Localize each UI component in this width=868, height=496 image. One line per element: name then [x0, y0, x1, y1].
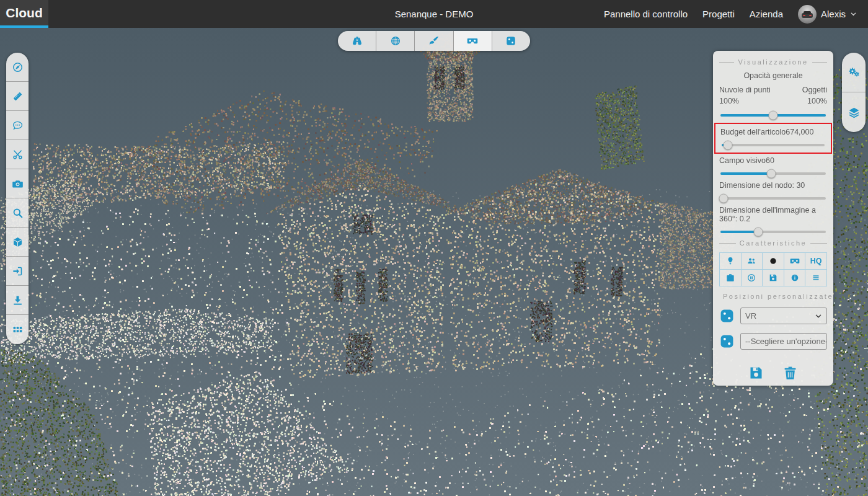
annotations-button[interactable]: [6, 111, 29, 140]
screenshot-button[interactable]: [6, 169, 29, 198]
node-size-label: Dimensione del nodo: 30: [719, 181, 827, 190]
search-button[interactable]: [6, 198, 29, 228]
left-toolbar: [6, 53, 29, 344]
objects-button[interactable]: [6, 228, 29, 257]
avatar-car-image: [798, 5, 817, 24]
fov-label: Campo visivo60: [719, 156, 827, 165]
custom-position-button[interactable]: [719, 334, 735, 349]
image360-size-slider[interactable]: [720, 231, 826, 233]
chevron-down-icon: [850, 11, 857, 17]
opacity-heading: Opacità generale: [719, 71, 827, 80]
point-budget-label: Budget dell'articolo674,000: [720, 128, 826, 136]
menu-company[interactable]: Azienda: [750, 9, 783, 19]
custom-position-select-value: --Scegliere un'opzione-: [745, 337, 827, 346]
user-name: Alexis: [821, 9, 846, 19]
lightbulb-icon: [725, 256, 735, 266]
layers-icon: [848, 106, 861, 119]
budget-highlight: Budget dell'articolo674,000: [714, 123, 832, 154]
download-button[interactable]: [6, 286, 29, 315]
vr-mode-button[interactable]: [454, 31, 492, 51]
measure-button[interactable]: [6, 82, 29, 111]
viewer-area: Visualizzazione Opacità generale Nuvole …: [0, 28, 868, 496]
comment-icon: [12, 120, 24, 131]
fov-slider[interactable]: [720, 172, 826, 175]
briefcase-icon: [725, 273, 735, 283]
binoculars-icon: [352, 35, 363, 46]
node-size-slider[interactable]: [720, 197, 826, 200]
camera-icon: [12, 178, 24, 190]
pointcloud-opacity-value: 100%: [719, 95, 739, 107]
orientation-button[interactable]: [6, 53, 29, 82]
right-toolbar: [842, 53, 866, 132]
search-icon: [12, 207, 24, 219]
black-circle-icon: [768, 256, 778, 266]
user-menu[interactable]: Alexis: [798, 5, 857, 24]
viewer-toolbar: [338, 31, 530, 51]
apps-grid-icon: [12, 324, 24, 335]
project-title: Senanque - DEMO: [395, 9, 474, 19]
export-icon: [12, 265, 24, 277]
slider-handle[interactable]: [754, 228, 763, 237]
section-positions: Posizioni personalizzate: [719, 293, 827, 300]
info-toggle[interactable]: [784, 270, 806, 286]
measure-tools-button[interactable]: [338, 31, 376, 51]
save-view-toggle[interactable]: [763, 270, 784, 286]
layers-button[interactable]: [842, 92, 866, 132]
export-button[interactable]: [6, 257, 29, 286]
logo[interactable]: Cloud: [0, 0, 48, 28]
image360-size-label: Dimensione dell'immagine a 360°: 0.2: [719, 206, 827, 223]
delete-position-button[interactable]: [782, 365, 799, 381]
globe-icon: [390, 35, 401, 46]
paint-tool-button[interactable]: [415, 31, 453, 51]
vr-position-select[interactable]: VR: [740, 308, 827, 324]
opacity-slider-handle[interactable]: [769, 111, 778, 120]
section-visualization: Visualizzazione: [719, 58, 827, 66]
top-bar: Cloud Senanque - DEMO Pannello di contro…: [0, 0, 868, 28]
lighting-toggle[interactable]: [720, 253, 742, 270]
projects-toggle[interactable]: [720, 270, 742, 286]
dice-icon: [719, 334, 735, 349]
vr-feature-toggle[interactable]: [784, 253, 806, 270]
save-position-button[interactable]: [748, 365, 764, 381]
slider-handle[interactable]: [766, 169, 776, 179]
opacity-slider[interactable]: [720, 114, 826, 117]
menu-lines-icon: [811, 273, 821, 283]
slider-fill: [720, 172, 771, 175]
position-type-button[interactable]: [719, 308, 735, 324]
gears-icon: [848, 66, 861, 79]
menu-projects[interactable]: Progetti: [702, 9, 735, 19]
hq-toggle[interactable]: HQ: [805, 253, 827, 270]
settings-button[interactable]: [842, 53, 866, 92]
vr-position-select-value: VR: [745, 311, 756, 321]
background-color-toggle[interactable]: [763, 253, 784, 270]
map-view-button[interactable]: [376, 31, 415, 51]
download-icon: [12, 294, 24, 306]
hq-label: HQ: [810, 257, 822, 265]
pause-circle-icon: [746, 273, 756, 283]
collaboration-toggle[interactable]: [742, 253, 763, 270]
objects-opacity-label: Oggetti: [802, 84, 827, 95]
slider-handle[interactable]: [719, 194, 728, 203]
cube-icon: [12, 236, 24, 248]
users-icon: [746, 256, 756, 266]
compass-icon: [12, 61, 24, 73]
scissors-icon: [12, 149, 24, 161]
slider-handle[interactable]: [723, 141, 732, 150]
dice-icon: [719, 308, 735, 324]
custom-position-select[interactable]: --Scegliere un'opzione-: [740, 333, 827, 350]
menu-control-panel[interactable]: Pannello di controllo: [604, 9, 688, 19]
scene-options-button[interactable]: [492, 31, 530, 51]
avatar[interactable]: [798, 5, 817, 24]
pointcloud-opacity-label: Nuvole di punti: [719, 84, 771, 95]
save-icon: [768, 273, 778, 283]
visualization-panel: Visualizzazione Opacità generale Nuvole …: [713, 51, 833, 386]
clip-button[interactable]: [6, 140, 29, 169]
point-budget-slider[interactable]: [722, 144, 825, 146]
pause-toggle[interactable]: [742, 270, 763, 286]
objects-opacity-value: 100%: [807, 95, 827, 107]
menu-toggle[interactable]: [805, 270, 827, 286]
position-actions: [719, 365, 827, 381]
paintbrush-icon: [428, 35, 440, 46]
apps-button[interactable]: [6, 315, 29, 344]
vr-headset-icon: [467, 35, 478, 46]
